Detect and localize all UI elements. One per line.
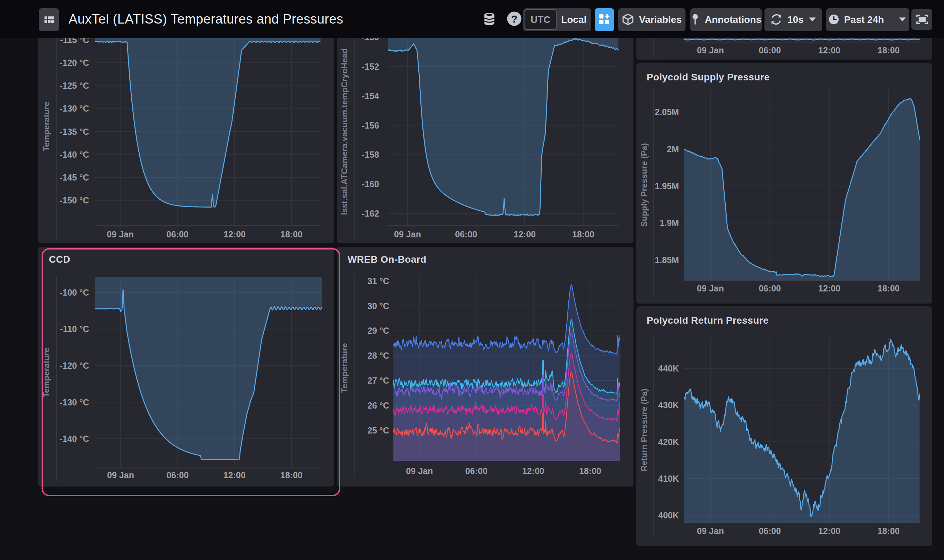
svg-text:Temperature: Temperature (340, 343, 349, 392)
svg-text:09 Jan: 09 Jan (394, 229, 421, 239)
svg-text:-154: -154 (362, 91, 379, 101)
svg-text:06:00: 06:00 (166, 229, 189, 239)
svg-text:Supply Pressure (Pa): Supply Pressure (Pa) (639, 143, 649, 227)
svg-text:09 Jan: 09 Jan (406, 466, 433, 475)
svg-text:06:00: 06:00 (758, 283, 780, 293)
svg-text:-125 °C: -125 °C (60, 81, 89, 91)
svg-text:-130 °C: -130 °C (60, 104, 89, 113)
svg-text:26 °C: 26 °C (367, 400, 389, 410)
svg-text:06:00: 06:00 (455, 229, 477, 239)
svg-text:18:00: 18:00 (877, 45, 899, 55)
svg-text:420K: 420K (658, 437, 678, 447)
svg-text:06:00: 06:00 (758, 45, 780, 55)
svg-text:-158: -158 (362, 150, 379, 159)
svg-text:400K: 400K (658, 511, 678, 520)
svg-text:28 °C: 28 °C (367, 350, 389, 360)
svg-text:12:00: 12:00 (514, 229, 536, 239)
svg-text:-145 °C: -145 °C (60, 172, 89, 182)
svg-text:09 Jan: 09 Jan (696, 283, 724, 293)
svg-text:Temperature: Temperature (42, 102, 51, 151)
svg-text:18:00: 18:00 (877, 283, 899, 293)
svg-text:12:00: 12:00 (818, 526, 840, 536)
svg-text:27 °C: 27 °C (367, 375, 389, 385)
svg-text:410K: 410K (658, 474, 678, 483)
svg-text:06:00: 06:00 (758, 526, 780, 536)
svg-text:-120 °C: -120 °C (60, 58, 89, 68)
svg-text:-140 °C: -140 °C (60, 150, 89, 159)
svg-text:-162: -162 (362, 209, 379, 218)
svg-text:09 Jan: 09 Jan (696, 526, 724, 536)
svg-text:430K: 430K (658, 401, 678, 410)
svg-text:18:00: 18:00 (877, 526, 899, 536)
svg-text:440K: 440K (658, 364, 678, 374)
svg-text:09 Jan: 09 Jan (107, 229, 134, 239)
svg-text:31 °C: 31 °C (367, 276, 389, 286)
svg-text:-160: -160 (362, 179, 379, 189)
svg-text:12:00: 12:00 (818, 45, 840, 55)
svg-text:?: ? (511, 14, 517, 25)
svg-text:2.05M: 2.05M (655, 107, 678, 117)
svg-text:-156: -156 (362, 121, 379, 130)
svg-text:1.95M: 1.95M (655, 181, 678, 191)
svg-text:-150 °C: -150 °C (60, 195, 89, 205)
svg-text:lsst.sal.ATCamera.vacuum.tempC: lsst.sal.ATCamera.vacuum.tempCryoHead (340, 48, 349, 215)
svg-text:-152: -152 (362, 62, 379, 71)
svg-text:2M: 2M (666, 144, 678, 154)
svg-text:09 Jan: 09 Jan (696, 45, 724, 55)
svg-text:29 °C: 29 °C (367, 325, 389, 335)
svg-text:18:00: 18:00 (280, 229, 303, 239)
svg-text:18:00: 18:00 (572, 229, 594, 239)
svg-text:1.85M: 1.85M (655, 255, 678, 265)
svg-text:06:00: 06:00 (466, 466, 487, 475)
svg-text:30 °C: 30 °C (367, 301, 389, 311)
svg-text:12:00: 12:00 (818, 283, 840, 293)
svg-text:12:00: 12:00 (522, 466, 544, 475)
svg-text:18:00: 18:00 (579, 466, 601, 475)
svg-text:12:00: 12:00 (223, 229, 246, 239)
svg-text:-135 °C: -135 °C (60, 127, 89, 137)
svg-text:25 °C: 25 °C (367, 425, 389, 435)
svg-text:Return Pressure (Pa): Return Pressure (Pa) (639, 389, 649, 472)
svg-text:1.9M: 1.9M (659, 218, 678, 228)
